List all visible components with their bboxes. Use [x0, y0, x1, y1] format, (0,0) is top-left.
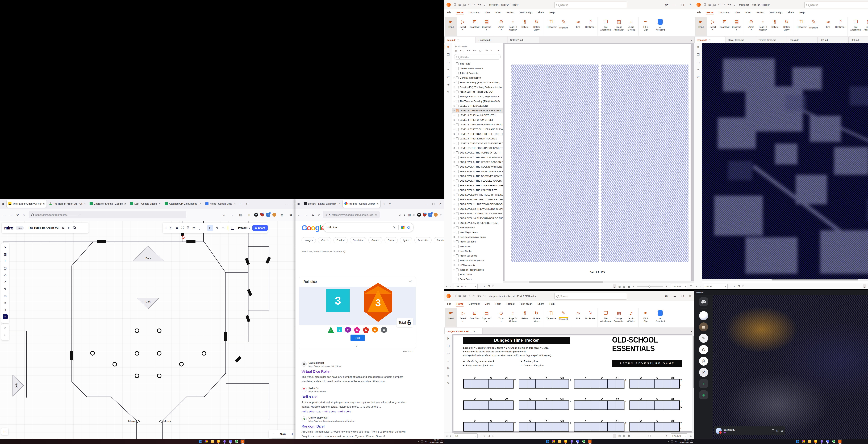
redo-icon[interactable]: ↷	[473, 295, 475, 298]
close-tab-icon[interactable]: ✕	[338, 203, 340, 205]
close-button[interactable]: ✕	[439, 202, 441, 205]
filter-chip[interactable]: 6 sided	[334, 237, 347, 243]
expander-icon[interactable]: ⊞	[454, 180, 456, 182]
add-server-button[interactable]: ＋	[699, 379, 708, 388]
layers-panel-icon[interactable]: ≡	[447, 68, 449, 71]
d20-die[interactable]: 3	[363, 283, 394, 322]
expander-icon[interactable]: ⊞	[454, 166, 456, 168]
menu-item[interactable]: File	[447, 11, 451, 15]
zoom-level[interactable]: 320%	[280, 433, 286, 436]
bookmark-item[interactable]: ⊞ Exterior (EX): The Long Falls and the …	[452, 85, 503, 90]
avatar[interactable]	[227, 225, 228, 231]
print-icon[interactable]: ▤	[463, 3, 466, 6]
zoom-in-button[interactable]: ＋	[291, 432, 294, 436]
ribbon-button[interactable]: ▨ Image Annotation	[863, 16, 868, 36]
export-icon[interactable]: ⇧	[67, 226, 70, 230]
bookmark-item[interactable]: ⊞ New Flora	[452, 244, 503, 249]
page-number-field[interactable]: 1/1▾	[454, 434, 477, 438]
server-avatar[interactable]: ⬡	[699, 345, 708, 354]
ribbon-button[interactable]: ▨ Image Annotation	[613, 16, 625, 36]
menu-item[interactable]: File	[447, 303, 451, 306]
ribbon-button[interactable]: TI Typewriter	[795, 16, 808, 36]
headphones-icon[interactable]: Ω	[776, 429, 779, 433]
menu-item[interactable]: Help	[550, 11, 555, 15]
redo-icon[interactable]: ↷	[473, 3, 475, 6]
customize-icon[interactable]: ▽	[484, 295, 486, 298]
bookmark-item[interactable]: ⊞ Front Cover	[452, 272, 503, 277]
prev-page-icon[interactable]: ‹	[450, 435, 451, 437]
bookmark-item[interactable]: ⊞ LEVEL 5: THE OBSIDIAN GATES AND TH	[452, 122, 503, 127]
document-tab[interactable]: maps.pdf ✕	[694, 37, 725, 43]
taskbar-app-icon[interactable]	[795, 439, 800, 444]
ribbon-button[interactable]: ⚐ Bookmark	[584, 16, 598, 36]
die-option[interactable]: 4	[328, 327, 334, 333]
ribbon-button[interactable]: ↻ Rotate View▾	[781, 16, 794, 36]
taskbar-app-icon[interactable]	[551, 439, 556, 444]
menu-item[interactable]: View	[485, 303, 490, 306]
taskbar-app-icon[interactable]	[228, 439, 233, 444]
turn-block[interactable]: W W W R T	[574, 379, 624, 388]
expander-icon[interactable]: ⊞	[454, 250, 456, 252]
tab-dropdown-icon[interactable]: ∨	[389, 202, 391, 205]
attachments-panel-icon[interactable]: ✇	[697, 75, 700, 79]
server-avatar[interactable]: ✎	[699, 334, 708, 343]
zoom-out-button[interactable]: −	[273, 432, 275, 436]
bookmark-item[interactable]: ⊞ LEVEL 8: THE NETHER REACHES	[452, 136, 503, 141]
home-icon[interactable]: ⌂	[23, 213, 25, 217]
next-page-icon[interactable]: ›	[480, 435, 482, 437]
menu-item[interactable]: Foxit eSign	[770, 11, 782, 15]
expander-icon[interactable]: ⊞	[454, 110, 456, 111]
close-doc-icon[interactable]: ✕	[709, 38, 710, 41]
menu-item[interactable]: Protect	[756, 11, 765, 15]
bookmark-item[interactable]: ⊞ New Monsters	[452, 225, 503, 230]
browser-tab[interactable]: Assorted GM Calculations - Go ✕	[163, 200, 203, 208]
expander-icon[interactable]: ⊞	[454, 138, 456, 140]
print-icon[interactable]: ▤	[463, 295, 466, 298]
undo-icon[interactable]: ↶	[468, 3, 470, 6]
prev-page-icon[interactable]: ‹	[450, 285, 451, 288]
die-option[interactable]: 20	[372, 327, 378, 333]
mic-icon[interactable]	[772, 429, 774, 432]
close-tab-icon[interactable]: ✕	[159, 203, 161, 205]
timer-icon[interactable]: ◷	[170, 226, 173, 230]
ribbon-button[interactable]: ⊡ SnapShot	[469, 308, 481, 327]
expander-icon[interactable]: ⊞	[454, 157, 456, 158]
turn-block[interactable]: W W W R T	[463, 401, 514, 410]
taskbar-app-icon[interactable]	[576, 439, 580, 444]
expander-icon[interactable]: ⊞	[454, 147, 456, 149]
zoom-out-icon[interactable]: −	[632, 285, 634, 288]
signature-panel-icon[interactable]: ✎	[447, 381, 450, 385]
bookmark-item[interactable]: ⊞ LEVEL 4: THE FORUM OF SET	[452, 117, 503, 122]
bm-collapse-icon[interactable]: A−	[485, 49, 488, 53]
result-site[interactable]: Calculator.net	[309, 362, 324, 364]
facing-icon[interactable]: ▥	[623, 285, 625, 288]
clock[interactable]: 00:5318/11/2023	[679, 439, 689, 444]
taskbar-app-icon[interactable]	[545, 439, 550, 444]
toolbar-tool[interactable]: ▭	[1, 293, 9, 299]
copy-icon[interactable]: ❐	[704, 3, 706, 6]
browser-tab[interactable]: Loot - Google Sheets ✕	[128, 200, 162, 208]
tab-list-icon[interactable]: ▣	[2, 202, 4, 205]
taskbar-app-icon[interactable]	[241, 439, 245, 444]
taskbar-app-icon[interactable]	[235, 439, 239, 444]
zoom-field[interactable]: 135.66%▾	[671, 284, 687, 289]
ribbon-button[interactable]: ✎ Highlight	[558, 308, 571, 327]
downloads-icon[interactable]: ↓	[231, 213, 233, 217]
toolbar-tool[interactable]: ▢	[1, 265, 9, 272]
bookmarks-panel-icon[interactable]: ⚑	[697, 45, 700, 49]
menu-item[interactable]: Home	[456, 11, 463, 15]
sidebar-icon[interactable]: ▯	[248, 213, 250, 217]
pocket-icon[interactable]: ▽	[399, 213, 401, 217]
save-icon[interactable]: ▦	[458, 3, 461, 6]
taskbar-app-icon[interactable]	[813, 439, 818, 444]
tab-overflow-icon[interactable]: ▾	[691, 39, 692, 41]
browser-tab[interactable]: The Halls of Arden Vul, Visual W ✕	[7, 200, 46, 208]
copy-icon[interactable]: ❐	[454, 295, 456, 298]
expander-icon[interactable]: ⊞	[454, 227, 456, 229]
prev-page-icon[interactable]: ‹	[700, 285, 701, 288]
new-tab-button[interactable]: ＋	[382, 202, 386, 206]
crop-icon[interactable]: ⛶	[182, 226, 184, 230]
expander-icon[interactable]: ⊞	[454, 152, 456, 153]
turn-block[interactable]: W W W R T	[574, 401, 624, 410]
map-document-area[interactable]	[702, 43, 868, 281]
